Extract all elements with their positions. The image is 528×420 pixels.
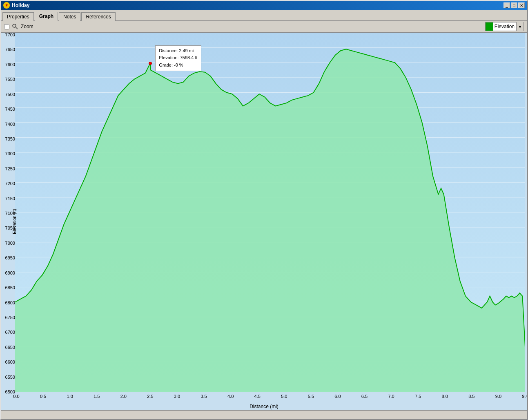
svg-point-0 (13, 24, 16, 27)
y-label: 7250 (5, 166, 15, 171)
y-axis-title: Elevation (ft) (12, 209, 17, 234)
elevation-label: Elevation (493, 24, 516, 29)
graph-inner: Distance: 2.49 mi Elevation: 7598.4 ft G… (15, 33, 525, 392)
elevation-select[interactable]: Elevation ▼ (485, 22, 524, 31)
y-label: 7150 (5, 196, 15, 201)
x-axis-title: Distance (mi) (250, 404, 278, 409)
toolbar-left: Zoom (4, 23, 33, 30)
y-label: 6700 (5, 330, 15, 335)
x-label: 4.5 (254, 394, 261, 399)
tab-properties[interactable]: Properties (2, 12, 34, 21)
x-label: 2.5 (147, 394, 153, 399)
y-label: 6650 (5, 345, 15, 350)
y-label: 7700 (5, 33, 15, 37)
y-label: 6850 (5, 285, 15, 290)
y-label: 6950 (5, 255, 15, 260)
x-label: 1.0 (67, 394, 73, 399)
tab-graph[interactable]: Graph (35, 12, 58, 21)
y-label: 7000 (5, 241, 15, 246)
close-button[interactable]: ✕ (518, 2, 525, 8)
x-label: 3.5 (201, 394, 207, 399)
y-label: 7650 (5, 47, 15, 52)
x-axis-labels: 0.00.51.01.52.02.53.03.54.04.55.05.56.06… (16, 394, 525, 402)
x-label: 9.4 (522, 394, 527, 399)
y-label: 7200 (5, 181, 15, 186)
x-label: 0.5 (40, 394, 46, 399)
graph-container: Elevation (ft) 7700765076007550750074507… (1, 33, 527, 410)
title-buttons: _ □ ✕ (503, 2, 525, 8)
x-label: 5.0 (281, 394, 287, 399)
x-label: 6.5 (361, 394, 368, 399)
tab-notes[interactable]: Notes (59, 12, 80, 21)
svg-line-1 (16, 27, 18, 29)
x-label: 8.5 (468, 394, 475, 399)
y-label: 7300 (5, 151, 15, 156)
x-label: 9.0 (495, 394, 501, 399)
x-label: 3.0 (174, 394, 180, 399)
x-label: 8.0 (442, 394, 448, 399)
dropdown-arrow-icon[interactable]: ▼ (516, 22, 524, 31)
window-title: Holiday (12, 2, 29, 8)
toolbar: Zoom Elevation ▼ (1, 20, 527, 33)
y-label: 7400 (5, 122, 15, 127)
sun-icon: ☀ (3, 2, 10, 9)
y-label: 7450 (5, 107, 15, 112)
x-label: 1.5 (94, 394, 100, 399)
elevation-color-swatch (486, 22, 493, 31)
x-label: 2.0 (120, 394, 127, 399)
x-label: 4.0 (227, 394, 234, 399)
zoom-label: Zoom (21, 24, 33, 29)
y-label: 7550 (5, 77, 15, 82)
x-label: 7.5 (415, 394, 421, 399)
y-label: 6550 (5, 375, 15, 380)
x-label: 5.5 (308, 394, 314, 399)
zoom-checkbox[interactable] (4, 24, 9, 29)
x-label: 7.0 (388, 394, 394, 399)
tab-references[interactable]: References (81, 12, 115, 21)
elevation-chart (15, 33, 525, 392)
y-label: 6800 (5, 300, 15, 305)
title-bar: ☀ Holiday _ □ ✕ (1, 1, 527, 10)
x-label: 0.0 (13, 394, 19, 399)
y-label: 6750 (5, 315, 15, 320)
tabs-bar: Properties Graph Notes References (1, 10, 527, 20)
y-label: 6900 (5, 270, 15, 275)
title-bar-left: ☀ Holiday (3, 2, 29, 9)
y-label: 7500 (5, 92, 15, 97)
restore-button[interactable]: □ (511, 2, 517, 8)
x-label: 6.0 (334, 394, 341, 399)
minimize-button[interactable]: _ (503, 2, 510, 8)
bottom-bar (1, 410, 527, 419)
crosshair-dot (149, 62, 152, 65)
y-label: 7600 (5, 62, 15, 67)
y-label: 7350 (5, 136, 15, 141)
toolbar-right: Elevation ▼ (485, 22, 524, 31)
y-label: 6600 (5, 360, 15, 364)
zoom-icon (12, 23, 18, 30)
main-window: ☀ Holiday _ □ ✕ Properties Graph Notes R… (0, 0, 528, 420)
